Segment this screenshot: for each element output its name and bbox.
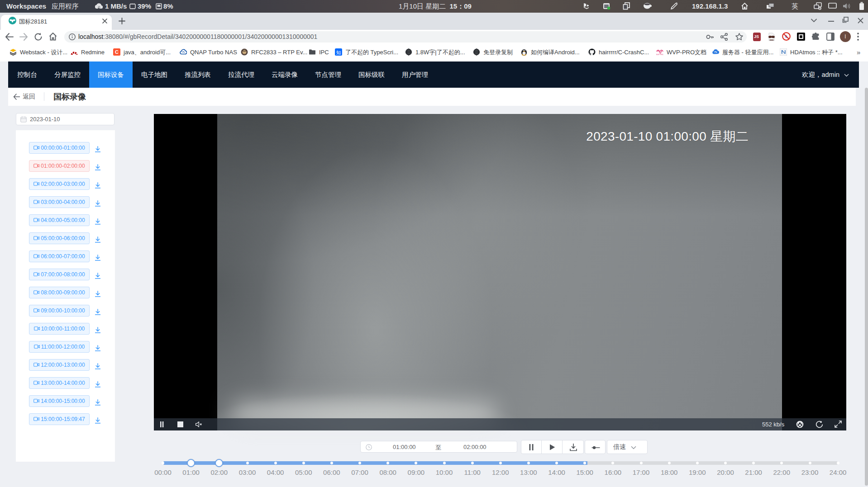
svg-text:知: 知: [336, 50, 341, 55]
svg-text:WVP·PRO: WVP·PRO: [656, 53, 663, 56]
svg-text:C: C: [115, 49, 119, 55]
